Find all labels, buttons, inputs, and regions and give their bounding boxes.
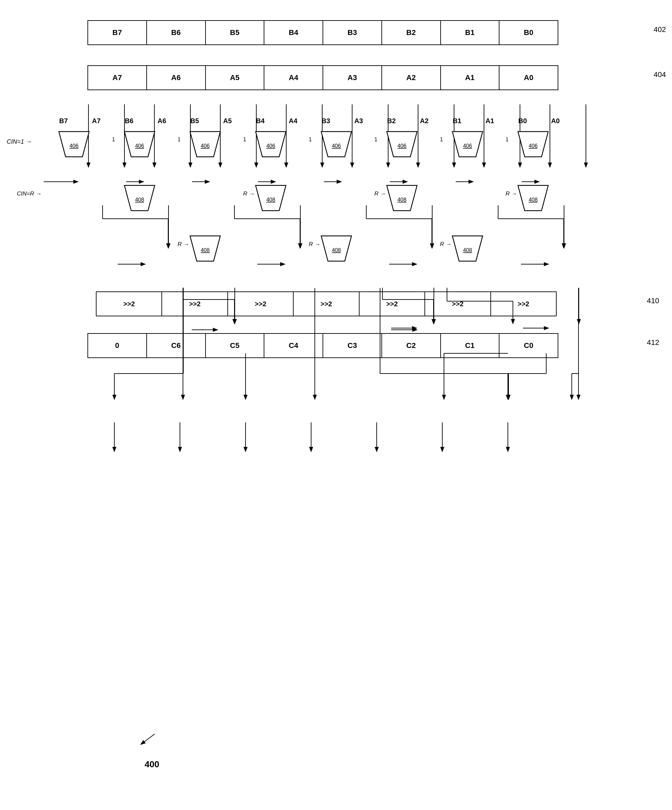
b4-cell: B4	[264, 21, 323, 44]
shift-cell-5: >>2	[425, 292, 491, 316]
adder-l1-7: 406	[516, 128, 550, 163]
adder-l2a-3: 408	[516, 182, 550, 217]
output-cell-c1: C1	[441, 334, 500, 358]
svg-line-115	[141, 734, 155, 744]
svg-text:408: 408	[529, 197, 538, 202]
svg-text:406: 406	[463, 143, 472, 149]
b7-cell: B7	[88, 21, 147, 44]
input-label-a0: A0	[551, 117, 560, 125]
r-label-2: R →	[505, 191, 517, 197]
r-label-2b-0: R →	[178, 241, 189, 248]
input-label-a4: A4	[288, 117, 297, 125]
adder-l2b-1: 408	[320, 233, 353, 268]
output-cell-c5: C5	[206, 334, 265, 358]
shift-register-label: 410	[647, 297, 659, 305]
svg-text:406: 406	[397, 143, 407, 149]
b1-cell: B1	[441, 21, 500, 44]
carry-1-5: 1	[440, 137, 443, 143]
adder-l1-0: 406	[57, 128, 91, 163]
input-label-b0: B0	[518, 117, 527, 125]
output-register: 0 C6 C5 C4 C3 C2 C1 C0	[88, 333, 558, 358]
a-register-label: 404	[653, 70, 666, 79]
carry-1-2: 1	[243, 137, 246, 143]
svg-text:408: 408	[397, 197, 407, 202]
b3-cell: B3	[323, 21, 382, 44]
shift-cell-2: >>2	[228, 292, 294, 316]
svg-text:406: 406	[529, 143, 538, 149]
figure-number: 400	[145, 759, 159, 770]
adder-l1-5: 406	[385, 128, 419, 163]
output-cell-c0: C0	[499, 334, 557, 358]
input-label-b3: B3	[322, 117, 330, 125]
shift-cell-3: >>2	[294, 292, 359, 316]
svg-text:406: 406	[201, 143, 210, 149]
adder-l2b-2: 408	[451, 233, 484, 268]
svg-text:408: 408	[463, 247, 472, 253]
adder-l1-3: 406	[254, 128, 288, 163]
input-label-b4: B4	[256, 117, 265, 125]
a1-cell: A1	[441, 66, 500, 89]
cinr-label: CIN=R →	[17, 191, 41, 197]
r-label-1: R →	[374, 191, 386, 197]
input-label-a1: A1	[485, 117, 494, 125]
svg-text:408: 408	[332, 247, 341, 253]
adder-l2a-2: 408	[385, 182, 419, 217]
b2-cell: B2	[382, 21, 441, 44]
a2-cell: A2	[382, 66, 441, 89]
output-cell-c3: C3	[323, 334, 382, 358]
svg-text:406: 406	[266, 143, 275, 149]
a5-cell: A5	[206, 66, 265, 89]
adder-l1-4: 406	[320, 128, 353, 163]
b5-cell: B5	[206, 21, 265, 44]
input-label-b6: B6	[125, 117, 133, 125]
adder-l2b-0: 408	[189, 233, 222, 268]
carry-1-1: 1	[178, 137, 180, 143]
b-register-label: 402	[653, 25, 666, 34]
svg-text:406: 406	[332, 143, 341, 149]
output-cell-c4: C4	[264, 334, 323, 358]
b0-cell: B0	[499, 21, 557, 44]
shift-register: >>2 >>2 >>2 >>2 >>2 >>2 >>2	[96, 292, 557, 316]
r-label-2b-2: R →	[440, 241, 451, 248]
adder-l1-2: 406	[189, 128, 222, 163]
input-label-a7: A7	[92, 117, 101, 125]
input-label-a3: A3	[354, 117, 363, 125]
input-label-a2: A2	[420, 117, 428, 125]
output-register-label: 412	[647, 338, 659, 347]
adder-l1-1: 406	[123, 128, 157, 163]
carry-1-0: 1	[112, 137, 115, 143]
input-label-b7: B7	[59, 117, 68, 125]
shift-cell-6: >>2	[491, 292, 556, 316]
output-cell-c2: C2	[382, 334, 441, 358]
r-label-2b-1: R →	[309, 241, 320, 248]
diagram-container: B7 B6 B5 B4 B3 B2 B1 B0 402 A7 A6 A5 A4 …	[27, 14, 639, 378]
carry-1-3: 1	[309, 137, 312, 143]
output-cell-0: 0	[88, 334, 147, 358]
svg-text:406: 406	[70, 143, 79, 149]
output-cell-c6: C6	[147, 334, 206, 358]
b6-cell: B6	[147, 21, 206, 44]
cin1-label: CIN=1 →	[7, 138, 32, 145]
shift-cell-1: >>2	[162, 292, 228, 316]
adder-l2a-1: 408	[254, 182, 288, 217]
input-label-b5: B5	[190, 117, 199, 125]
b-register: B7 B6 B5 B4 B3 B2 B1 B0	[88, 20, 558, 45]
a4-cell: A4	[264, 66, 323, 89]
a7-cell: A7	[88, 66, 147, 89]
input-label-b1: B1	[453, 117, 461, 125]
svg-text:408: 408	[201, 247, 210, 253]
input-label-b2: B2	[387, 117, 396, 125]
svg-text:408: 408	[266, 197, 275, 202]
shift-cell-4: >>2	[360, 292, 425, 316]
r-label-0: R →	[243, 191, 254, 197]
a6-cell: A6	[147, 66, 206, 89]
a0-cell: A0	[499, 66, 557, 89]
svg-text:406: 406	[135, 143, 144, 149]
adder-l1-6: 406	[451, 128, 484, 163]
figure-number-label	[135, 731, 162, 749]
adder-l2a-0: 408	[123, 182, 157, 217]
input-label-a5: A5	[223, 117, 232, 125]
input-label-a6: A6	[157, 117, 166, 125]
svg-text:408: 408	[135, 197, 144, 202]
shift-cell-0: >>2	[96, 292, 162, 316]
